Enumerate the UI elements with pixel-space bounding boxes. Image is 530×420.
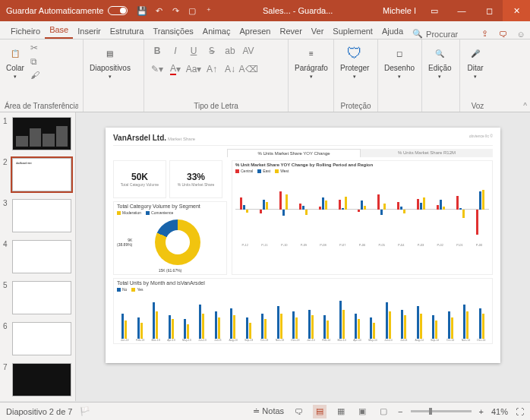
tab-transicoes[interactable]: Transições (148, 24, 197, 39)
thumb-6[interactable] (12, 322, 71, 355)
legend-yes: Yes (131, 287, 143, 292)
tab-estrutura[interactable]: Estrutura (106, 24, 149, 39)
group-label-editing (427, 109, 455, 110)
underline-button[interactable]: U (185, 43, 202, 59)
spacing-button[interactable]: AV (240, 43, 257, 59)
tab-base[interactable]: Base (45, 22, 73, 39)
drawing-button[interactable]: ◻ Desenho ▾ (383, 43, 416, 81)
maximize-icon[interactable]: ◻ (475, 0, 503, 21)
tab-ajuda[interactable]: Ajuda (377, 24, 408, 39)
slides-button[interactable]: ▤ Diapositivos ▾ (88, 43, 132, 81)
tab-inserir[interactable]: Inserir (73, 24, 106, 39)
change-case-button[interactable]: Aa▾ (185, 61, 202, 77)
editing-button[interactable]: 🔍 Edição ▾ (427, 43, 453, 81)
fit-to-window-icon[interactable]: ⛶ (516, 407, 524, 416)
group-drawing: ◻ Desenho ▾ (378, 39, 422, 112)
paragraph-button[interactable]: ≡ Parágrafo ▾ (293, 43, 330, 81)
chevron-down-icon: ▾ (398, 74, 401, 80)
close-icon[interactable]: ✕ (503, 0, 530, 21)
grow-font-button[interactable]: A↑ (203, 61, 220, 77)
format-painter-icon[interactable]: 🖌 (30, 70, 39, 81)
tab-animacoes[interactable]: Animaç (198, 24, 235, 39)
donut-chart: Total Category Volume by Segment Moderat… (113, 201, 227, 275)
thumb-4[interactable] (12, 240, 71, 273)
zoom-slider[interactable] (411, 410, 472, 412)
workspace: 1 2dashboard mini 3 4 5 6 7 VanArsdel Lt… (0, 112, 530, 401)
tab-rever[interactable]: Rever (275, 24, 306, 39)
collapse-ribbon-icon[interactable]: ^ (523, 102, 527, 110)
notes-button[interactable]: ≐ Notas (253, 406, 284, 416)
smiley-icon[interactable]: ☺ (512, 30, 530, 39)
paste-button[interactable]: 📋 Colar ▾ (5, 43, 26, 81)
thumb-5[interactable] (12, 281, 71, 314)
sorter-view-icon[interactable]: ▦ (334, 405, 348, 418)
start-slideshow-icon[interactable]: ▢ (184, 0, 200, 21)
ribbon-display-icon[interactable]: ▭ (421, 0, 448, 21)
strikethrough-button[interactable]: S̶ (203, 43, 220, 59)
group-slides: ▤ Diapositivos ▾ (84, 39, 144, 112)
autosave-label: Guardar Automaticamente (6, 6, 103, 15)
zoom-level[interactable]: 41% (491, 407, 508, 416)
slide-content[interactable]: VanArsdel Ltd. Market Share obvience llc… (106, 128, 500, 363)
group-label-slides (88, 109, 139, 110)
shadow-button[interactable]: ab (222, 43, 238, 59)
group-label-voice: Voz (465, 100, 491, 110)
paste-label: Colar (6, 64, 24, 72)
kpi-volume: 50K Total Category Volume (113, 160, 166, 198)
thumb-3[interactable] (12, 199, 71, 232)
microphone-icon: 🎤 (466, 44, 484, 62)
group-voice: 🎤 Ditar ▾ Voz (460, 39, 495, 112)
toggle-switch-icon[interactable] (108, 6, 128, 15)
dictate-button[interactable]: 🎤 Ditar ▾ (465, 43, 486, 81)
reading-view-icon[interactable]: ▣ (355, 405, 369, 418)
spellcheck-icon[interactable]: 🏳️ (80, 406, 90, 416)
user-name[interactable]: Michele I (378, 6, 421, 15)
italic-button[interactable]: I (167, 43, 184, 59)
slideshow-view-icon[interactable]: ▢ (377, 405, 390, 418)
tab-apresentacao[interactable]: Apresen (235, 24, 275, 39)
protect-button[interactable]: 🛡 Proteger ▾ (339, 43, 371, 81)
shrink-font-button[interactable]: A↓ (222, 61, 238, 77)
thumb-1[interactable] (12, 117, 71, 150)
search-box[interactable]: 🔍 Procurar (408, 29, 462, 39)
cut-icon[interactable]: ✂ (30, 43, 39, 53)
legend-no: No (117, 287, 127, 292)
slide-subtitle: Market Share (168, 137, 195, 141)
clear-format-button[interactable]: A⌫ (240, 61, 257, 77)
tab-suplementos[interactable]: Suplement (328, 24, 377, 39)
clipboard-icon: 📋 (6, 44, 24, 62)
minimize-icon[interactable]: — (448, 0, 475, 21)
search-icon: 🔍 (412, 29, 423, 39)
slide-editor[interactable]: VanArsdel Ltd. Market Share obvience llc… (76, 112, 530, 401)
qat-more-icon[interactable]: ⁺ (200, 0, 217, 21)
autosave-toggle[interactable]: Guardar Automaticamente (0, 6, 134, 15)
normal-view-icon[interactable]: ▤ (313, 405, 327, 418)
save-icon[interactable]: 💾 (134, 0, 150, 21)
zoom-out-icon[interactable]: − (398, 407, 402, 416)
slide-thumbnails[interactable]: 1 2dashboard mini 3 4 5 6 7 (0, 112, 76, 401)
comments-button[interactable]: 🗨 (292, 405, 305, 418)
group-label-protect: Proteção (339, 100, 373, 110)
tab-ver[interactable]: Ver (307, 24, 329, 39)
copy-icon[interactable]: ⧉ (30, 56, 39, 67)
share-icon[interactable]: ⇪ (475, 29, 494, 39)
shield-icon: 🛡 (345, 44, 364, 62)
legend-east: East (257, 169, 270, 173)
tab-ficheiro[interactable]: Ficheiro (6, 24, 45, 39)
highlight-button[interactable]: ✎▾ (149, 61, 166, 77)
chevron-down-icon: ▾ (353, 74, 356, 80)
kpi-share-value: 33% (187, 172, 205, 182)
yoy-title: % Unit Market Share YOY Change by Rollin… (235, 163, 489, 167)
new-slide-icon: ▤ (101, 44, 119, 62)
font-color-button[interactable]: A▾ (167, 61, 184, 77)
thumb-7[interactable] (12, 363, 71, 396)
zoom-in-icon[interactable]: + (479, 407, 484, 416)
ribbon-tabs: Ficheiro Base Inserir Estrutura Transiçõ… (0, 21, 530, 39)
undo-icon[interactable]: ↶ (150, 0, 167, 21)
comments-icon[interactable]: 🗨 (494, 30, 512, 39)
editing-label: Edição (428, 64, 452, 72)
redo-icon[interactable]: ↷ (167, 0, 184, 21)
bold-button[interactable]: B (149, 43, 166, 59)
thumb-num: 1 (3, 117, 9, 150)
thumb-2[interactable]: dashboard mini (12, 158, 71, 191)
